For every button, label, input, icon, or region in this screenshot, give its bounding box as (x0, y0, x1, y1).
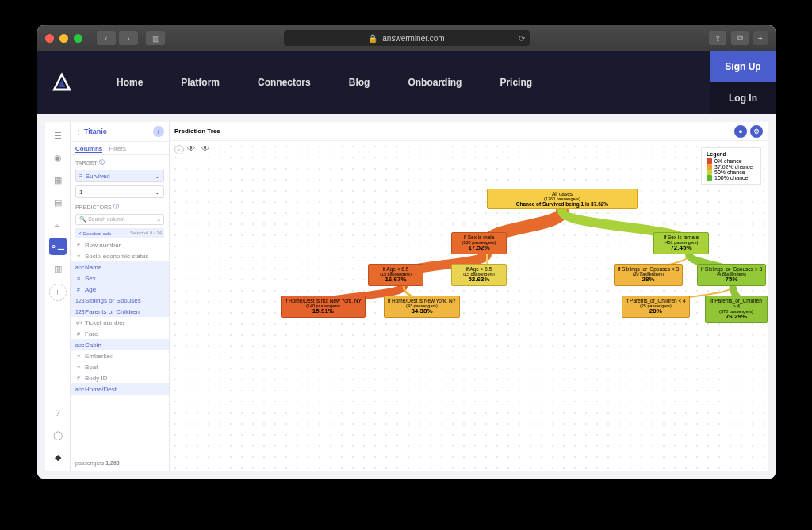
canvas-settings-button[interactable]: ⚙ (750, 125, 763, 138)
nav-link-home[interactable]: Home (98, 77, 162, 88)
canvas-action-button[interactable]: ● (734, 125, 747, 138)
rail-help-icon[interactable]: ? (49, 404, 67, 421)
predictor-item[interactable]: 123Siblings or Spouses (71, 295, 169, 306)
tree-node[interactable]: if Parents_or_Children < 4(25 passengers… (622, 296, 690, 318)
nav-link-platform[interactable]: Platform (162, 77, 239, 88)
window-close-icon[interactable] (45, 34, 54, 43)
predictor-item[interactable]: 🏷Ticket number (71, 317, 169, 328)
back-button[interactable]: ‹ (97, 31, 116, 45)
predictor-item[interactable]: #Row number (71, 239, 169, 250)
rail-menu-icon[interactable]: ☰ (49, 127, 67, 144)
predictor-label: Socio-economic status (85, 253, 148, 260)
predictor-label: Row number (85, 242, 121, 249)
legend: Legend 0% chance37.62% chance50% chance1… (701, 147, 761, 185)
predictor-label: Parents or Children (85, 308, 140, 315)
window-minimize-icon[interactable] (59, 34, 68, 43)
predictor-item[interactable]: #Body ID (71, 372, 169, 383)
legend-label: 100% chance (714, 175, 748, 181)
predictor-label: Boat (85, 364, 98, 371)
lock-icon: 🔒 (368, 34, 377, 43)
type-icon: ≡ (75, 254, 82, 259)
tree-node[interactable]: if Home/Dest is not New York, NY(140 pas… (281, 296, 366, 318)
type-icon: abc (75, 342, 82, 348)
rail-table-icon[interactable]: ▤ (49, 193, 67, 211)
type-icon: abc (75, 387, 82, 392)
predictor-label: Cabin (85, 341, 102, 349)
tree-node[interactable]: if Siblings_or_Spouses < 3(20 passengers… (614, 264, 683, 286)
search-input[interactable]: 🔍 Search column≡ (75, 214, 164, 225)
type-icon: ≡ (75, 364, 82, 370)
legend-title: Legend (707, 151, 756, 157)
dataset-title[interactable]: Titanic (84, 128, 107, 135)
tab-filters[interactable]: Filters (109, 145, 126, 153)
new-tab-button[interactable]: + (753, 31, 768, 45)
sidebar-toggle-icon[interactable]: ▥ (146, 31, 165, 45)
rail-list-icon[interactable]: ▥ (49, 260, 67, 277)
forward-button[interactable]: › (119, 31, 138, 45)
type-icon: 123 (75, 298, 82, 303)
legend-item: 100% chance (707, 175, 756, 181)
rail-grid-icon[interactable]: ▦ (49, 171, 67, 189)
tree-node[interactable]: if Age < 6.5(15 passengers)16.67% (368, 264, 423, 286)
rail-app-icon[interactable]: ◆ (49, 448, 67, 466)
predictor-item[interactable]: ≡Socio-economic status (71, 250, 169, 261)
predictor-item[interactable]: #Age (71, 284, 169, 295)
predictor-item[interactable]: abcHome/Dest (71, 383, 169, 395)
legend-label: 0% chance (714, 158, 742, 164)
site-header: HomePlatformConnectorsBlogOnboardingPric… (37, 51, 776, 114)
window-zoom-icon[interactable] (74, 34, 82, 43)
predictor-label: Ticket number (85, 319, 124, 326)
tree-node[interactable]: if Siblings_or_Spouses > 3(4 passengers)… (697, 264, 766, 286)
tabs-icon[interactable]: ⧉ (731, 31, 749, 45)
deselect-row[interactable]: ✕ Deselect cols Selected 9 / 14 (75, 228, 164, 238)
share-icon[interactable]: ⇪ (709, 31, 726, 45)
predictor-item[interactable]: ≡Boat (71, 361, 169, 372)
info-icon[interactable]: i (153, 126, 164, 137)
rail-user-icon[interactable]: ◯ (49, 426, 67, 444)
legend-label: 50% chance (714, 170, 745, 175)
dataset-dots-icon[interactable]: ⋮ (75, 128, 82, 135)
tree-node[interactable]: if Parents_or_Children > 4(370 passenger… (705, 296, 768, 323)
type-icon: ≡ (75, 353, 82, 359)
predictor-item[interactable]: ≡Sex (71, 273, 169, 284)
address-bar[interactable]: 🔒 answerminer.com ⟳ (284, 30, 530, 46)
rail-view-icon[interactable]: ◉ (49, 149, 67, 166)
footer-count: passengers 1,260 (71, 456, 169, 471)
nav-link-pricing[interactable]: Pricing (481, 77, 551, 88)
type-icon: 123 (75, 309, 82, 315)
nav-link-onboarding[interactable]: Onboarding (389, 77, 481, 88)
target-value-select[interactable]: 1⌄ (75, 185, 164, 198)
tree-node[interactable]: if Age > 6.5(15 passengers)52.63% (451, 264, 507, 286)
legend-label: 37.62% chance (714, 164, 753, 170)
predictor-item[interactable]: 123Parents or Children (71, 306, 169, 317)
login-button[interactable]: Log In (710, 82, 776, 114)
rail-chart-icon[interactable]: ⫠ (49, 215, 67, 233)
type-icon: # (75, 376, 82, 381)
rail-add-button[interactable]: + (49, 284, 67, 301)
predictor-label: Home/Dest (85, 386, 117, 393)
canvas: Prediction Tree ● ⚙ ‹ 👁 👁 Legend 0% chan… (170, 122, 768, 471)
predictor-item[interactable]: abcCabin (71, 339, 169, 350)
left-rail: ☰ ◉ ▦ ▤ ⫠ ⚬⚊ ▥ + ? ◯ ◆ (45, 122, 71, 471)
predictor-label: Embarked (85, 353, 113, 360)
predictor-item[interactable]: abcName (71, 261, 169, 273)
nav-link-connectors[interactable]: Connectors (239, 77, 330, 88)
tree-node[interactable]: if Sex is female(451 passengers)72.45% (653, 232, 709, 254)
target-select[interactable]: ≡Survived⌄ (75, 170, 164, 182)
tree-node[interactable]: if Home/Dest is New York, NY(43 passenge… (384, 296, 460, 318)
nav-link-blog[interactable]: Blog (330, 77, 389, 88)
type-icon: # (75, 331, 82, 337)
legend-item: 37.62% chance (707, 164, 756, 170)
tree-root-node[interactable]: All cases(1260 passengers)Chance of Surv… (487, 189, 638, 209)
tree-node[interactable]: if Sex is male(830 passengers)17.52% (451, 232, 507, 254)
predictor-item[interactable]: #Fare (71, 328, 169, 339)
predictor-item[interactable]: ≡Embarked (71, 350, 169, 361)
legend-item: 50% chance (707, 170, 756, 175)
logo-icon[interactable] (50, 71, 74, 94)
legend-swatch-icon (707, 164, 712, 170)
rail-tree-icon[interactable]: ⚬⚊ (49, 238, 67, 255)
reload-icon[interactable]: ⟳ (519, 34, 525, 43)
tab-columns[interactable]: Columns (75, 145, 102, 153)
signup-button[interactable]: Sign Up (710, 51, 776, 82)
legend-item: 0% chance (707, 158, 756, 164)
